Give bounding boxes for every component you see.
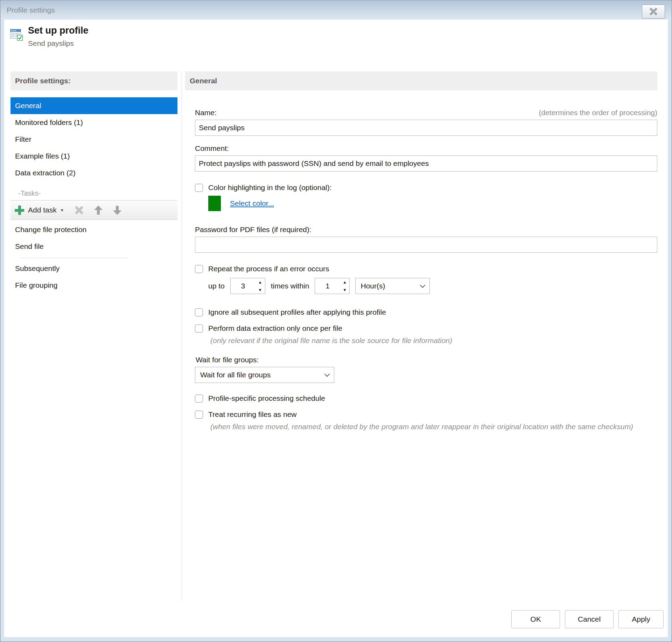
select-color-link[interactable]: Select color...	[230, 199, 274, 208]
page-title: Set up profile	[28, 25, 89, 36]
sidebar-bottom-list: Subsequently File grouping	[10, 260, 177, 294]
within-count-spinner[interactable]: 1 ▲ ▼	[315, 278, 350, 294]
move-task-down-button[interactable]	[113, 205, 121, 215]
repeat-row: Repeat the process if an error occurs	[195, 265, 657, 273]
time-unit-value: Hour(s)	[360, 282, 385, 290]
extraction-once-checkbox[interactable]	[195, 325, 203, 333]
password-label: Password for PDF files (if required):	[195, 225, 657, 234]
task-item-send-file[interactable]: Send file	[10, 238, 177, 255]
schedule-checkbox[interactable]	[195, 395, 203, 403]
name-hint: (determines the order of processing)	[539, 109, 658, 117]
comment-label: Comment:	[195, 144, 657, 153]
spin-up-icon[interactable]: ▲	[255, 278, 265, 286]
repeat-checkbox[interactable]	[195, 265, 203, 273]
plus-icon	[15, 205, 24, 215]
time-unit-dropdown[interactable]: Hour(s)	[355, 278, 430, 294]
general-panel: General Name: (determines the order of p…	[185, 71, 657, 432]
extraction-once-row: Perform data extraction only once per fi…	[195, 324, 657, 333]
within-count-buttons: ▲ ▼	[340, 278, 349, 294]
recurring-note: (when files were moved, renamed, or dele…	[210, 421, 646, 432]
extraction-once-note: (only relevant if the original file name…	[210, 335, 657, 346]
sidebar-item-data-extraction[interactable]: Data extraction (2)	[10, 165, 177, 181]
repeat-settings-row: up to 3 ▲ ▼ times within 1 ▲ ▼	[208, 278, 657, 294]
sidebar-heading: Profile settings:	[10, 71, 177, 90]
repeat-label: Repeat the process if an error occurs	[208, 265, 329, 273]
profile-window-icon	[9, 27, 24, 42]
name-label: Name:	[195, 109, 217, 117]
wait-groups-value: Wait for all file groups	[200, 371, 271, 379]
spin-down-icon[interactable]: ▼	[255, 286, 265, 294]
times-within-label: times within	[271, 282, 309, 290]
ignore-subsequent-label: Ignore all subsequent profiles after app…	[208, 308, 386, 316]
chevron-down-icon	[420, 282, 426, 288]
apply-button[interactable]: Apply	[618, 610, 664, 628]
add-task-label: Add task	[28, 206, 57, 214]
close-button[interactable]	[642, 5, 665, 19]
sidebar-item-subsequently[interactable]: Subsequently	[10, 260, 177, 277]
password-input[interactable]	[195, 237, 657, 253]
sidebar-list: General Monitored folders (1) Filter Exa…	[10, 97, 177, 181]
color-highlighting-row: Color highlighting in the log (optional)…	[195, 183, 657, 192]
name-label-row: Name: (determines the order of processin…	[195, 109, 657, 117]
profile-settings-dialog: Profile settings Set up profile Send	[0, 0, 672, 642]
window-title: Profile settings	[1, 1, 671, 14]
color-highlighting-checkbox[interactable]	[195, 184, 203, 192]
cancel-button[interactable]: Cancel	[565, 610, 614, 628]
titlebar: Profile settings	[1, 1, 671, 20]
chevron-down-icon	[324, 371, 330, 377]
tasks-toolbar: Add task ▾	[10, 200, 177, 220]
sidebar-item-file-grouping[interactable]: File grouping	[10, 277, 177, 294]
sidebar-separator	[20, 258, 127, 258]
color-swatch	[208, 196, 221, 211]
sidebar-item-general[interactable]: General	[10, 97, 177, 114]
schedule-row: Profile-specific processing schedule	[195, 394, 657, 403]
recurring-label: Treat recurring files as new	[208, 410, 296, 419]
retry-count-buttons: ▲ ▼	[255, 278, 265, 294]
recurring-row: Treat recurring files as new	[195, 410, 657, 419]
chevron-down-icon: ▾	[61, 207, 63, 213]
name-input[interactable]	[195, 120, 657, 136]
add-task-button[interactable]: Add task ▾	[15, 205, 63, 215]
wait-groups-label: Wait for file groups:	[196, 356, 657, 364]
ok-button[interactable]: OK	[511, 610, 560, 628]
color-highlighting-label: Color highlighting in the log (optional)…	[208, 183, 332, 192]
schedule-label: Profile-specific processing schedule	[208, 394, 325, 403]
recurring-checkbox[interactable]	[195, 411, 203, 419]
sidebar: Profile settings: General Monitored fold…	[10, 71, 177, 294]
comment-input[interactable]	[195, 155, 657, 172]
sidebar-item-example-files[interactable]: Example files (1)	[10, 148, 177, 165]
move-task-up-button[interactable]	[94, 205, 103, 215]
spin-down-icon[interactable]: ▼	[340, 286, 349, 294]
extraction-once-label: Perform data extraction only once per fi…	[208, 324, 342, 333]
select-color-row: Select color...	[208, 195, 657, 211]
within-count-value: 1	[315, 278, 340, 294]
tasks-section-label: -Tasks-	[10, 186, 177, 200]
delete-task-button[interactable]	[75, 205, 84, 215]
task-item-change-file-protection[interactable]: Change file protection	[10, 221, 177, 238]
footer-buttons: OK Cancel Apply	[511, 610, 664, 628]
sidebar-item-monitored-folders[interactable]: Monitored folders (1)	[10, 114, 177, 131]
dialog-content: Set up profile Send payslips Profile set…	[4, 20, 668, 637]
panel-heading: General	[185, 71, 657, 90]
task-list: Change file protection Send file	[10, 221, 177, 255]
ignore-subsequent-checkbox[interactable]	[195, 308, 203, 316]
ignore-subsequent-row: Ignore all subsequent profiles after app…	[195, 308, 657, 316]
sidebar-item-filter[interactable]: Filter	[10, 131, 177, 148]
up-to-label: up to	[208, 282, 225, 290]
wait-groups-dropdown[interactable]: Wait for all file groups	[195, 367, 334, 383]
close-icon	[650, 8, 657, 15]
page-subtitle: Send payslips	[28, 39, 74, 48]
retry-count-spinner[interactable]: 3 ▲ ▼	[230, 278, 265, 294]
pane-divider	[182, 71, 182, 601]
dialog-header: Set up profile Send payslips	[4, 20, 668, 71]
retry-count-value: 3	[231, 278, 255, 294]
spin-up-icon[interactable]: ▲	[340, 278, 349, 286]
